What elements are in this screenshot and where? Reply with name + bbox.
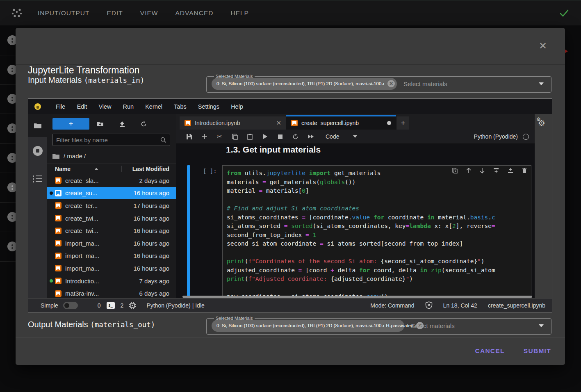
file-row[interactable]: create_twi...16 hours ago bbox=[47, 224, 176, 237]
file-row[interactable]: Introductio...7 days ago bbox=[47, 275, 176, 287]
insert-cell-above-icon[interactable] bbox=[493, 168, 499, 173]
notebook-file-icon bbox=[55, 215, 62, 221]
delete-cell-icon[interactable] bbox=[522, 168, 527, 173]
file-modified: 17 hours ago bbox=[121, 202, 176, 209]
trust-shield-icon[interactable] bbox=[425, 301, 433, 309]
move-cell-up-icon[interactable] bbox=[466, 168, 471, 173]
kernel-status-text[interactable]: Python (Pyodide) | Idle bbox=[146, 302, 204, 309]
file-row[interactable]: import_ma...16 hours ago bbox=[47, 250, 176, 262]
move-cell-down-icon[interactable] bbox=[480, 168, 485, 173]
cell-prompt: [ ]: bbox=[203, 168, 217, 174]
breadcrumb[interactable]: / made / bbox=[47, 149, 176, 164]
jupyter-menu-settings[interactable]: Settings bbox=[192, 103, 225, 110]
file-row[interactable]: create_twi...16 hours ago bbox=[47, 212, 176, 225]
jupyter-menu-edit[interactable]: Edit bbox=[71, 103, 93, 110]
simple-mode-toggle[interactable] bbox=[63, 302, 78, 309]
jupyter-menu-tabs[interactable]: Tabs bbox=[168, 103, 192, 110]
upload-button[interactable] bbox=[111, 121, 133, 127]
code-line: materials = get_materials(globals()) bbox=[227, 178, 531, 187]
jupyter-menu-run[interactable]: Run bbox=[117, 103, 140, 110]
app-menu-item-view[interactable]: VIEW bbox=[140, 9, 158, 17]
file-row[interactable]: create_su...16 hours ago bbox=[47, 187, 176, 200]
interrupt-kernel-button[interactable] bbox=[273, 134, 288, 139]
restart-kernel-button[interactable] bbox=[288, 134, 303, 140]
input-materials-select[interactable]: Selected Materials 0: Si, Silicon (100) … bbox=[206, 74, 551, 93]
file-name: import_ma... bbox=[65, 240, 121, 247]
dialog-close-icon[interactable]: ✕ bbox=[539, 41, 547, 51]
notebook-area: Introduction.ipynb ✕ create_supercell.ip… bbox=[176, 114, 535, 298]
notebook-content[interactable]: 1.3. Get input materials [ ]: bbox=[176, 144, 535, 298]
jupyter-menu-view[interactable]: View bbox=[93, 103, 117, 110]
table-of-contents-tab[interactable] bbox=[28, 175, 47, 183]
notebook-file-icon bbox=[55, 177, 62, 184]
insert-cell-below-icon[interactable] bbox=[508, 168, 513, 173]
cut-cells-button[interactable]: ✂ bbox=[212, 133, 227, 140]
code-editor[interactable]: from utils.jupyterlite import get_materi… bbox=[227, 169, 531, 298]
cell-type-dropdown[interactable]: Code bbox=[326, 133, 339, 140]
file-row[interactable]: import_ma...16 hours ago bbox=[47, 237, 176, 250]
tab-close-icon[interactable]: ✕ bbox=[276, 119, 281, 127]
right-gutter: ⚙⚙ bbox=[535, 114, 552, 298]
copy-cells-button[interactable] bbox=[227, 134, 242, 140]
input-material-chip[interactable]: 0: Si, Silicon (100) surface (reconstruc… bbox=[212, 78, 397, 90]
app-menu-item-input-output[interactable]: INPUT/OUTPUT bbox=[38, 9, 90, 17]
new-folder-button[interactable] bbox=[89, 121, 111, 127]
new-launcher-button[interactable]: + bbox=[52, 118, 89, 130]
code-cell[interactable]: from utils.jupyterlite import get_materi… bbox=[222, 165, 531, 298]
filebrowser-tab[interactable] bbox=[28, 114, 47, 137]
file-modified: 2 days ago bbox=[121, 177, 176, 184]
cursor-position[interactable]: Ln 18, Col 42 bbox=[443, 302, 477, 309]
submit-button[interactable]: SUBMIT bbox=[524, 347, 551, 355]
new-tab-button[interactable]: + bbox=[397, 116, 409, 130]
list-icon bbox=[33, 175, 43, 183]
chevron-down-icon[interactable] bbox=[539, 82, 544, 85]
tab-create-supercell-ipynb[interactable]: create_supercell.ipynb bbox=[286, 115, 396, 130]
kernel-status-icon[interactable] bbox=[523, 134, 529, 140]
jupyter-menu-file[interactable]: File bbox=[50, 103, 71, 110]
restart-run-all-button[interactable] bbox=[303, 134, 318, 139]
settings-gears-icon[interactable]: ⚙⚙ bbox=[538, 118, 545, 128]
unsaved-changes-icon[interactable] bbox=[387, 121, 391, 125]
run-cell-button[interactable] bbox=[257, 134, 273, 139]
filter-files-input[interactable] bbox=[56, 137, 160, 144]
app-menu-item-help[interactable]: HELP bbox=[230, 9, 249, 17]
cancel-button[interactable]: CANCEL bbox=[475, 347, 504, 355]
duplicate-cell-icon[interactable] bbox=[452, 168, 458, 173]
lightbulb-icon[interactable] bbox=[34, 103, 41, 110]
check-icon[interactable] bbox=[559, 8, 570, 18]
file-modified: 16 hours ago bbox=[121, 189, 176, 196]
column-last-modified[interactable]: Last Modified bbox=[121, 166, 176, 172]
horizontal-scrollbar[interactable] bbox=[182, 296, 532, 298]
kernel-name[interactable]: Python (Pyodide) bbox=[474, 133, 518, 140]
chevron-down-icon[interactable] bbox=[539, 324, 544, 327]
notebook-icon bbox=[291, 120, 298, 126]
output-materials-select[interactable]: Selected Materials 0: Si, Silicon (100) … bbox=[206, 316, 551, 335]
jupyter-menu-kernel[interactable]: Kernel bbox=[139, 103, 168, 110]
refresh-button[interactable] bbox=[133, 121, 155, 127]
file-row[interactable]: import_ma...16 hours ago bbox=[47, 262, 176, 275]
file-row[interactable]: create_sla...2 days ago bbox=[47, 174, 176, 187]
statusbar-filename[interactable]: create_supercell.ipynb bbox=[488, 302, 545, 309]
file-row[interactable]: create_ter...17 hours ago bbox=[47, 199, 176, 212]
mode-indicator[interactable]: Mode: Command bbox=[370, 302, 414, 309]
app-menu-item-advanced[interactable]: ADVANCED bbox=[175, 9, 213, 17]
jupyter-statusbar: Simple 0 $_ 2 Python (Pyodide) | Idle Mo… bbox=[28, 298, 552, 312]
insert-cell-button[interactable] bbox=[197, 134, 212, 139]
save-button[interactable] bbox=[182, 134, 197, 140]
file-name: mat3ra-inv... bbox=[65, 290, 121, 297]
file-row[interactable]: mat3ra-inv...6 days ago bbox=[47, 287, 176, 298]
chevron-down-icon[interactable] bbox=[353, 135, 357, 138]
output-material-chip[interactable]: 0: Si, Silicon (100) surface (reconstruc… bbox=[212, 320, 404, 332]
chip-delete-icon[interactable]: ✕ bbox=[387, 80, 395, 87]
tab-label: create_supercell.ipynb bbox=[301, 120, 383, 126]
app-menu-item-edit[interactable]: EDIT bbox=[107, 9, 123, 17]
column-name[interactable]: Name bbox=[47, 166, 121, 172]
tab-introduction-ipynb[interactable]: Introduction.ipynb ✕ bbox=[180, 116, 286, 130]
jupyter-menu-help[interactable]: Help bbox=[225, 103, 249, 110]
filter-files-box[interactable] bbox=[52, 134, 170, 146]
paste-cells-button[interactable] bbox=[242, 134, 257, 140]
running-kernels-tab[interactable] bbox=[28, 146, 47, 156]
app-logo-icon[interactable] bbox=[11, 7, 23, 19]
file-name: import_ma... bbox=[65, 265, 121, 272]
output-materials-text: Output Materials bbox=[28, 320, 90, 329]
